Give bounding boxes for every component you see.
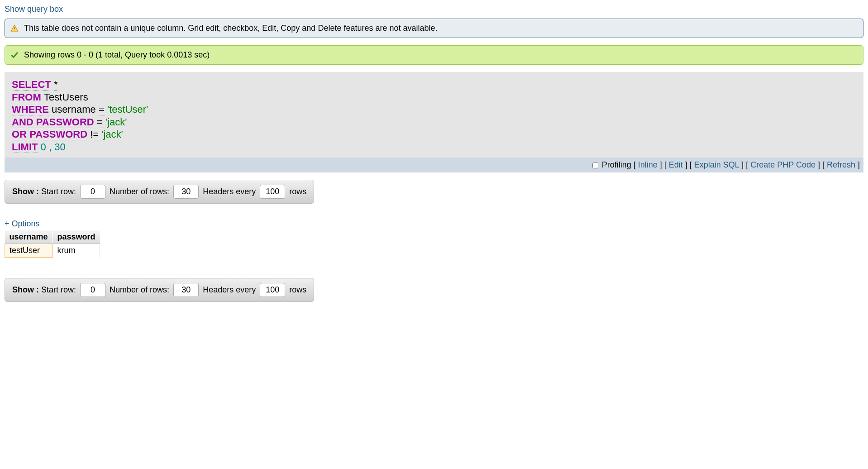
sql-from-kw: FROM xyxy=(12,91,41,103)
success-text: Showing rows 0 - 0 (1 total, Query took … xyxy=(24,50,210,60)
show-label-bottom: Show : xyxy=(12,285,39,294)
sql-actions-bar: Profiling [ Inline ] [ Edit ] [ Explain … xyxy=(5,158,863,172)
sql-val-user: 'testUser' xyxy=(107,104,148,115)
headers-every-label: Headers every xyxy=(203,187,256,196)
profiling-checkbox[interactable] xyxy=(592,163,598,168)
navigation-bar-bottom: Show : Start row: Number of rows: Header… xyxy=(5,278,314,302)
sql-star: * xyxy=(54,79,58,91)
headers-every-input[interactable] xyxy=(260,185,285,199)
sql-limit-from: 0 xyxy=(41,141,46,153)
show-query-box-link[interactable]: Show query box xyxy=(5,5,863,14)
explain-sql-link[interactable]: Explain SQL xyxy=(694,160,739,169)
results-table: username password testUser krum xyxy=(5,230,100,258)
sql-op-eq2: = xyxy=(97,116,103,128)
sql-or-kw: OR xyxy=(12,129,27,140)
sql-limit-count: 30 xyxy=(54,141,65,153)
sql-col-username: username xyxy=(52,104,96,115)
num-rows-input-bottom[interactable] xyxy=(173,283,199,297)
column-header-password[interactable]: password xyxy=(52,230,100,244)
svg-rect-0 xyxy=(14,27,15,29)
sql-and-kw: AND xyxy=(12,116,33,128)
sql-op-eq1: = xyxy=(99,104,105,115)
headers-every-label-bottom: Headers every xyxy=(203,285,256,294)
column-header-username[interactable]: username xyxy=(5,230,53,244)
sql-val-jack1: 'jack' xyxy=(105,116,127,128)
sql-password-kw2: PASSWORD xyxy=(29,129,87,140)
start-row-label-bottom: Start row: xyxy=(41,285,76,294)
table-row: testUser krum xyxy=(5,244,100,258)
options-link[interactable]: + Options xyxy=(5,219,863,229)
sql-val-jack2: 'jack' xyxy=(101,129,123,140)
num-rows-label-bottom: Number of rows: xyxy=(110,285,169,294)
warning-notice: This table does not contain a unique col… xyxy=(5,19,863,38)
refresh-link[interactable]: Refresh xyxy=(827,160,855,169)
rows-label: rows xyxy=(289,187,306,196)
sql-text: SELECT * FROM TestUsers WHERE username =… xyxy=(12,78,856,153)
sql-select-kw: SELECT xyxy=(12,79,51,91)
sql-op-neq: != xyxy=(90,129,99,140)
rows-label-bottom: rows xyxy=(289,285,306,294)
profiling-label: Profiling xyxy=(602,160,631,169)
warning-icon xyxy=(10,24,19,33)
sql-where-kw: WHERE xyxy=(12,104,49,115)
start-row-label: Start row: xyxy=(41,187,76,196)
headers-every-input-bottom[interactable] xyxy=(260,283,285,297)
warning-text: This table does not contain a unique col… xyxy=(24,24,438,33)
show-label: Show : xyxy=(12,187,39,196)
sql-limit-comma: , xyxy=(49,141,52,153)
start-row-input-bottom[interactable] xyxy=(80,283,105,297)
num-rows-label: Number of rows: xyxy=(110,187,169,196)
cell-password[interactable]: krum xyxy=(52,244,100,258)
sql-query-display: SELECT * FROM TestUsers WHERE username =… xyxy=(5,72,863,172)
svg-rect-1 xyxy=(14,29,15,30)
inline-link[interactable]: Inline xyxy=(638,160,658,169)
sql-password-kw1: PASSWORD xyxy=(36,116,94,128)
sql-limit-kw: LIMIT xyxy=(12,141,38,153)
check-icon xyxy=(10,51,19,59)
create-php-link[interactable]: Create PHP Code xyxy=(750,160,816,169)
cell-username[interactable]: testUser xyxy=(5,244,53,258)
success-notice: Showing rows 0 - 0 (1 total, Query took … xyxy=(5,45,863,65)
sql-table-name: TestUsers xyxy=(44,91,88,103)
edit-link[interactable]: Edit xyxy=(669,160,683,169)
num-rows-input[interactable] xyxy=(173,185,199,199)
navigation-bar-top: Show : Start row: Number of rows: Header… xyxy=(5,180,314,204)
start-row-input[interactable] xyxy=(80,185,105,199)
